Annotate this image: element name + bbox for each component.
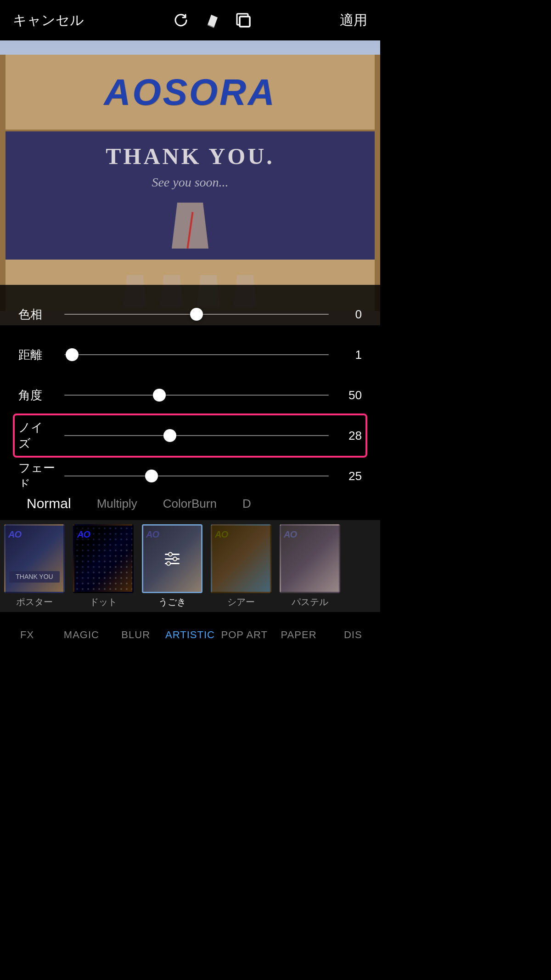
blend-d[interactable]: D [230, 497, 264, 511]
nav-magic[interactable]: MAGIC [54, 629, 108, 641]
blend-colorburn[interactable]: ColorBurn [150, 497, 230, 511]
angle-value: 50 [338, 388, 362, 402]
apply-button[interactable]: 適用 [340, 11, 367, 30]
filter-dot[interactable]: AO ドット [69, 524, 138, 608]
nav-blur[interactable]: BLUR [109, 629, 163, 641]
layers-icon[interactable] [235, 12, 252, 28]
toolbar-icons [173, 12, 252, 28]
noise-slider-row: ノイズ 28 [18, 415, 362, 456]
distance-value: 1 [338, 348, 362, 362]
photo-preview: AOSORA THANK YOU. See you soon... [0, 40, 380, 325]
angle-label: 角度 [18, 387, 55, 403]
hue-slider[interactable] [55, 314, 338, 315]
nav-popart[interactable]: POP ART [217, 629, 271, 641]
filter-dot-thumb: AO [73, 524, 134, 593]
cancel-button[interactable]: キャンセル [13, 11, 84, 30]
distance-label: 距離 [18, 347, 55, 363]
filter-poster-thumb: AO THANK YOU [4, 524, 65, 593]
blend-multiply[interactable]: Multiply [84, 497, 150, 511]
filter-poster[interactable]: AO THANK YOU ポスター [0, 524, 69, 608]
noise-slider[interactable] [55, 435, 338, 436]
filter-pastel[interactable]: AO パステル [276, 524, 344, 608]
filter-shear[interactable]: AO シアー [207, 524, 276, 608]
eraser-icon[interactable] [204, 12, 220, 28]
nav-dis[interactable]: DIS [326, 629, 380, 641]
top-bar: キャンセル 適用 [0, 0, 380, 40]
noise-label: ノイズ [18, 419, 55, 452]
sliders-panel: 色相 0 距離 1 角度 50 ノイズ [0, 285, 380, 487]
refresh-icon[interactable] [173, 12, 189, 28]
svg-rect-8 [165, 558, 180, 560]
svg-point-7 [169, 553, 172, 555]
distance-slider[interactable] [55, 354, 338, 355]
angle-slider-row: 角度 50 [18, 375, 362, 415]
filter-motion-thumb: AO [142, 524, 202, 593]
hue-label: 色相 [18, 306, 55, 323]
fade-slider[interactable] [55, 476, 338, 476]
filter-poster-label: ポスター [16, 596, 53, 608]
blend-normal[interactable]: Normal [14, 496, 84, 511]
filter-shear-thumb: AO [211, 524, 271, 593]
hue-slider-row: 色相 0 [18, 294, 362, 334]
blend-mode-bar: Normal Multiply ColorBurn D [0, 487, 380, 520]
filter-motion-label: うごき [158, 596, 186, 608]
nav-fx[interactable]: FX [0, 629, 54, 641]
svg-point-10 [174, 557, 176, 560]
filter-dot-label: ドット [90, 596, 117, 608]
angle-slider[interactable] [55, 395, 338, 396]
filter-pastel-label: パステル [292, 596, 328, 608]
noise-value: 28 [338, 429, 362, 443]
distance-slider-row: 距離 1 [18, 334, 362, 375]
nav-paper[interactable]: PAPER [271, 629, 326, 641]
svg-point-13 [167, 562, 170, 565]
fade-value: 25 [338, 469, 362, 483]
bottom-nav: FX MAGIC BLUR ARTISTIC POP ART PAPER DIS [0, 612, 380, 658]
nav-artistic[interactable]: ARTISTIC [163, 629, 217, 641]
filter-motion[interactable]: AO うごき [138, 524, 207, 608]
filter-pastel-thumb: AO [280, 524, 340, 593]
hue-value: 0 [338, 307, 362, 322]
filter-strip: AO THANK YOU ポスター AO ドット AO [0, 520, 380, 612]
filter-shear-label: シアー [227, 596, 255, 608]
svg-rect-3 [240, 17, 250, 27]
